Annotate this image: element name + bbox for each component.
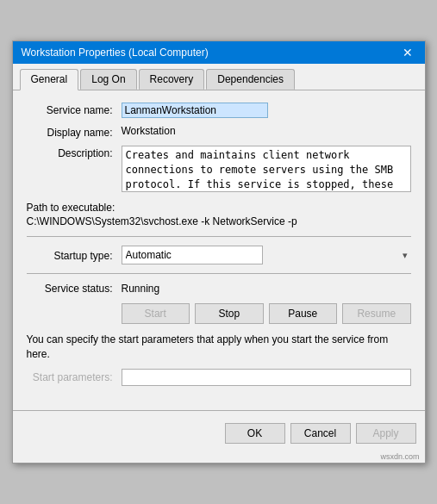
window-title: Workstation Properties (Local Computer): [22, 47, 209, 59]
service-control-buttons: Start Stop Pause Resume: [27, 303, 411, 324]
display-name-row: Display name: Workstation: [27, 125, 411, 139]
description-textarea[interactable]: [122, 146, 411, 192]
divider-1: [27, 236, 411, 237]
description-wrapper: [122, 146, 411, 195]
cancel-button[interactable]: Cancel: [290, 423, 351, 444]
window: Workstation Properties (Local Computer) …: [12, 40, 426, 464]
service-status-label: Service status:: [27, 283, 122, 295]
service-name-row: Service name:: [27, 103, 411, 118]
description-label: Description:: [27, 146, 122, 159]
start-button[interactable]: Start: [122, 303, 190, 324]
startup-type-row: Startup type: Automatic Automatic (Delay…: [27, 246, 411, 264]
service-name-label: Service name:: [27, 103, 122, 116]
ok-button[interactable]: OK: [225, 423, 285, 444]
display-name-value: Workstation: [122, 125, 411, 137]
path-section: Path to executable: C:\WINDOWS\System32\…: [27, 202, 411, 227]
path-label: Path to executable:: [27, 202, 411, 214]
description-row: Description:: [27, 146, 411, 195]
startup-type-select[interactable]: Automatic Automatic (Delayed Start) Manu…: [122, 246, 263, 264]
tab-content: Service name: Display name: Workstation …: [13, 90, 425, 403]
tab-bar: General Log On Recovery Dependencies: [13, 64, 425, 90]
tab-dependencies[interactable]: Dependencies: [206, 69, 295, 90]
note-text: You can specify the start parameters tha…: [27, 333, 411, 362]
divider-2: [27, 273, 411, 274]
resume-button[interactable]: Resume: [342, 303, 411, 324]
start-params-label: Start parameters:: [27, 371, 122, 383]
watermark: wsxdn.com: [13, 452, 425, 463]
tab-logon[interactable]: Log On: [80, 69, 136, 90]
note-content: You can specify the start parameters tha…: [27, 333, 389, 360]
close-button[interactable]: ✕: [399, 47, 416, 59]
service-name-input[interactable]: [122, 103, 268, 118]
tab-general[interactable]: General: [20, 69, 79, 90]
apply-button[interactable]: Apply: [356, 423, 416, 444]
service-status-value: Running: [122, 283, 160, 295]
display-name-label: Display name:: [27, 125, 122, 139]
dialog-buttons: OK Cancel Apply: [13, 418, 425, 452]
pause-button[interactable]: Pause: [269, 303, 338, 324]
stop-button[interactable]: Stop: [195, 303, 264, 324]
path-value: C:\WINDOWS\System32\svchost.exe -k Netwo…: [27, 215, 411, 227]
titlebar: Workstation Properties (Local Computer) …: [13, 41, 425, 64]
service-name-value: [122, 103, 411, 118]
bottom-divider: [13, 410, 425, 411]
tab-recovery[interactable]: Recovery: [139, 69, 205, 90]
startup-select-wrapper: Automatic Automatic (Delayed Start) Manu…: [122, 246, 411, 264]
start-params-row: Start parameters:: [27, 369, 411, 386]
service-status-row: Service status: Running: [27, 283, 411, 295]
startup-type-label: Startup type:: [27, 248, 122, 262]
start-params-input[interactable]: [122, 369, 411, 386]
